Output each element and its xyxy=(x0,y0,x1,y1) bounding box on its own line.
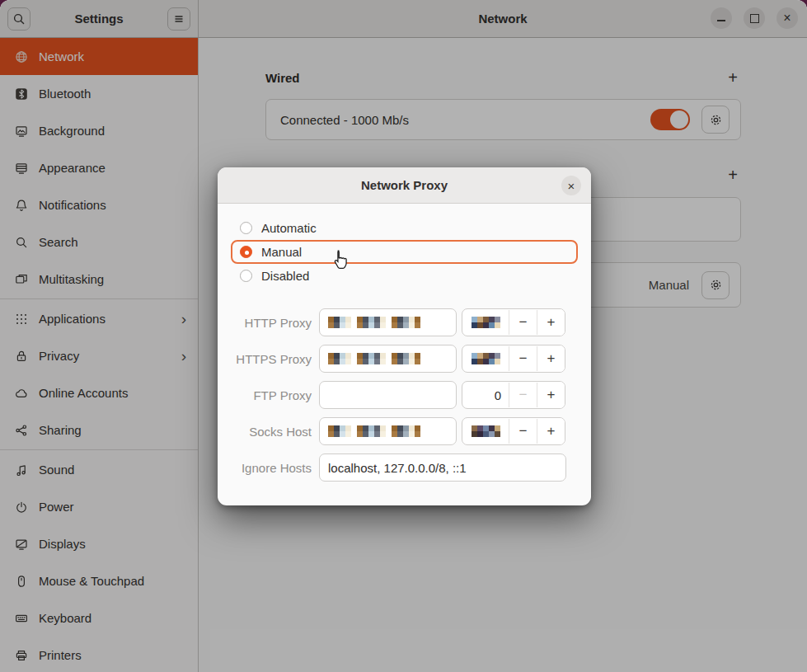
close-icon: × xyxy=(568,180,575,192)
radio-button-icon xyxy=(240,246,252,258)
proxy-fields: HTTP Proxy − + HTTPS Proxy − + FTP Proxy… xyxy=(218,308,591,453)
socks-host-port-value[interactable] xyxy=(462,418,509,444)
proxy-mode-option-manual[interactable]: Manual xyxy=(231,240,578,264)
http-proxy-row: HTTP Proxy − + xyxy=(218,308,591,336)
spin-plus-button[interactable]: + xyxy=(537,382,565,408)
port-spinbutton: − + xyxy=(462,345,565,373)
http-proxy-port-value[interactable] xyxy=(462,309,509,336)
proxy-mode-option-disabled[interactable]: Disabled xyxy=(231,264,578,288)
https-proxy-row: HTTPS Proxy − + xyxy=(218,345,591,373)
http-proxy-input[interactable] xyxy=(319,308,457,336)
redacted-pixelated-value xyxy=(472,353,500,364)
radio-button-icon xyxy=(240,270,252,282)
spin-plus-button[interactable]: + xyxy=(537,418,565,444)
port-spinbutton: 0 − + xyxy=(462,381,565,409)
ignore-hosts-label: Ignore Hosts xyxy=(218,461,312,475)
ftp-proxy-row: FTP Proxy 0 − + xyxy=(218,381,591,409)
https-proxy-port-value[interactable] xyxy=(462,345,509,372)
port-spinbutton: − + xyxy=(462,308,565,336)
proxy-mode-options: Automatic Manual Disabled xyxy=(218,204,591,288)
redacted-pixelated-value xyxy=(328,317,420,328)
ftp-proxy-input[interactable] xyxy=(319,381,457,409)
spin-minus-button[interactable]: − xyxy=(509,382,537,408)
socks-host-row: Socks Host − + xyxy=(218,417,591,445)
dialog-header: Network Proxy × xyxy=(218,167,591,204)
redacted-pixelated-value xyxy=(472,425,500,437)
ignore-hosts-row: Ignore Hosts localhost, 127.0.0.0/8, ::1 xyxy=(218,453,591,482)
radio-button-icon xyxy=(240,222,252,234)
redacted-pixelated-value xyxy=(328,425,420,437)
spin-minus-button[interactable]: − xyxy=(509,309,537,336)
spin-plus-button[interactable]: + xyxy=(537,345,565,372)
socks-host-input[interactable] xyxy=(319,417,457,445)
https-proxy-input[interactable] xyxy=(319,345,457,373)
spin-minus-button[interactable]: − xyxy=(509,418,537,444)
spin-minus-button[interactable]: − xyxy=(509,345,537,372)
spin-plus-button[interactable]: + xyxy=(537,309,565,336)
network-proxy-dialog: Network Proxy × Automatic Manual Disable… xyxy=(218,167,591,505)
mouse-cursor-pointer xyxy=(331,249,350,270)
proxy-mode-option-automatic[interactable]: Automatic xyxy=(231,216,578,240)
port-spinbutton: − + xyxy=(462,417,565,445)
redacted-pixelated-value xyxy=(328,353,420,364)
settings-window: Settings Network × Network Bluetooth Bac… xyxy=(0,0,807,672)
ignore-hosts-value: localhost, 127.0.0.0/8, ::1 xyxy=(328,461,467,475)
dialog-title: Network Proxy xyxy=(361,178,448,192)
ignore-hosts-input[interactable]: localhost, 127.0.0.0/8, ::1 xyxy=(319,453,566,482)
ftp-proxy-port-value[interactable]: 0 xyxy=(462,382,509,408)
redacted-pixelated-value xyxy=(472,317,500,328)
dialog-close-button[interactable]: × xyxy=(561,176,581,195)
